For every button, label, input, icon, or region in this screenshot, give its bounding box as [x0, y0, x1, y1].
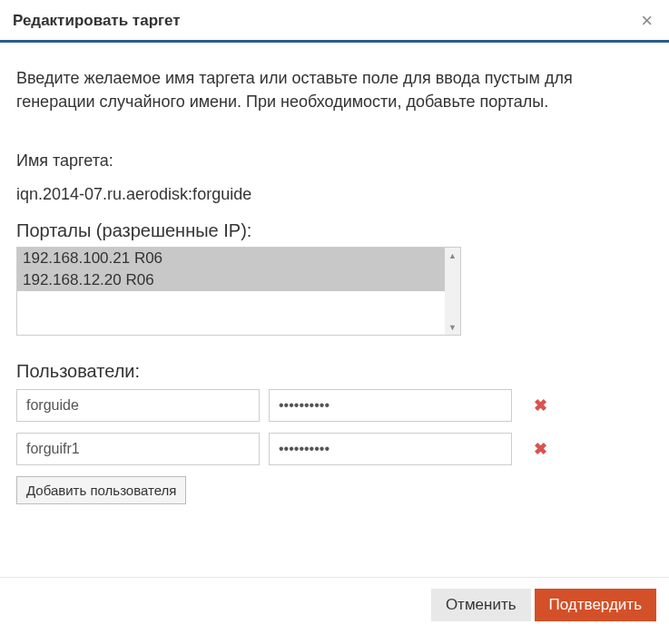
cancel-button[interactable]: Отменить: [431, 589, 531, 621]
scrollbar[interactable]: ▲ ▼: [445, 248, 460, 335]
delete-user-icon[interactable]: ✖: [530, 395, 551, 415]
portals-label: Порталы (разрешенные IP):: [16, 220, 653, 241]
dialog-title: Редактировать таргет: [13, 12, 181, 30]
dialog-body: Введите желаемое имя таргета или оставьт…: [0, 43, 669, 513]
add-user-button[interactable]: Добавить пользователя: [16, 476, 186, 504]
portal-option[interactable]: 192.168.12.20 R06: [17, 269, 445, 291]
users-label: Пользователи:: [16, 361, 653, 382]
password-input[interactable]: [269, 433, 512, 465]
edit-target-dialog: Редактировать таргет × Введите желаемое …: [0, 0, 669, 634]
delete-user-icon[interactable]: ✖: [530, 439, 551, 459]
target-name-label: Имя таргета:: [16, 151, 653, 171]
username-input[interactable]: [16, 433, 260, 465]
username-input[interactable]: [16, 389, 260, 422]
user-row: ✖: [16, 433, 653, 465]
target-name-value: iqn.2014-07.ru.aerodisk:forguide: [16, 185, 653, 204]
confirm-button[interactable]: Подтвердить: [535, 589, 656, 621]
close-icon[interactable]: ×: [637, 11, 656, 31]
dialog-header: Редактировать таргет ×: [0, 0, 669, 43]
scroll-up-icon[interactable]: ▲: [445, 248, 460, 263]
instruction-text: Введите желаемое имя таргета или оставьт…: [16, 66, 653, 113]
portals-select[interactable]: 192.168.100.21 R06 192.168.12.20 R06 ▲ ▼: [16, 247, 461, 336]
password-input[interactable]: [269, 389, 512, 422]
dialog-footer: Отменить Подтвердить: [0, 577, 669, 634]
user-row: ✖: [16, 389, 653, 422]
portals-list[interactable]: 192.168.100.21 R06 192.168.12.20 R06: [17, 248, 445, 335]
scroll-down-icon[interactable]: ▼: [445, 319, 460, 335]
portal-option[interactable]: 192.168.100.21 R06: [17, 248, 445, 269]
